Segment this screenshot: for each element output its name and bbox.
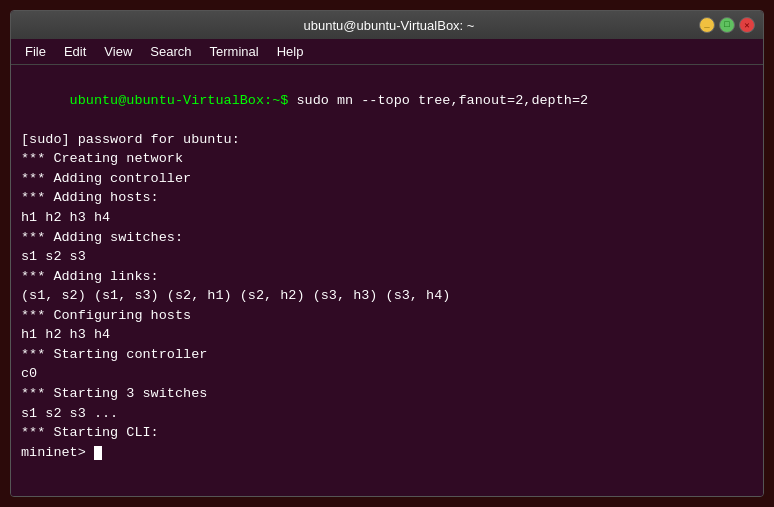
window-title: ubuntu@ubuntu-VirtualBox: ~ xyxy=(79,18,699,33)
menu-item-file[interactable]: File xyxy=(17,42,54,61)
prompt: ubuntu@ubuntu-VirtualBox:~$ xyxy=(70,93,289,108)
output-line: *** Starting 3 switches xyxy=(21,384,753,404)
output-line: *** Adding switches: xyxy=(21,228,753,248)
maximize-button[interactable]: □ xyxy=(719,17,735,33)
output-line: *** Starting controller xyxy=(21,345,753,365)
terminal-window: ubuntu@ubuntu-VirtualBox: ~ _ □ ✕ FileEd… xyxy=(10,10,764,497)
output-line: *** Creating network xyxy=(21,149,753,169)
output-line: h1 h2 h3 h4 xyxy=(21,325,753,345)
output-line: *** Adding links: xyxy=(21,267,753,287)
window-controls: _ □ ✕ xyxy=(699,17,755,33)
command: sudo mn --topo tree,fanout=2,depth=2 xyxy=(288,93,588,108)
command-line: ubuntu@ubuntu-VirtualBox:~$ sudo mn --to… xyxy=(21,71,753,130)
title-bar: ubuntu@ubuntu-VirtualBox: ~ _ □ ✕ xyxy=(11,11,763,39)
output-line: s1 s2 s3 ... xyxy=(21,404,753,424)
output-line: *** Configuring hosts xyxy=(21,306,753,326)
cursor xyxy=(94,446,102,460)
output-line: (s1, s2) (s1, s3) (s2, h1) (s2, h2) (s3,… xyxy=(21,286,753,306)
menu-item-view[interactable]: View xyxy=(96,42,140,61)
terminal-body[interactable]: ubuntu@ubuntu-VirtualBox:~$ sudo mn --to… xyxy=(11,65,763,496)
minimize-button[interactable]: _ xyxy=(699,17,715,33)
menu-bar: FileEditViewSearchTerminalHelp xyxy=(11,39,763,65)
menu-item-help[interactable]: Help xyxy=(269,42,312,61)
menu-item-search[interactable]: Search xyxy=(142,42,199,61)
output-line: [sudo] password for ubuntu: xyxy=(21,130,753,150)
output-line: *** Adding controller xyxy=(21,169,753,189)
output-line: s1 s2 s3 xyxy=(21,247,753,267)
close-button[interactable]: ✕ xyxy=(739,17,755,33)
output-line: *** Starting CLI: xyxy=(21,423,753,443)
output-line: c0 xyxy=(21,364,753,384)
output-line: h1 h2 h3 h4 xyxy=(21,208,753,228)
menu-item-terminal[interactable]: Terminal xyxy=(202,42,267,61)
output-line: *** Adding hosts: xyxy=(21,188,753,208)
output-line: mininet> xyxy=(21,443,753,463)
menu-item-edit[interactable]: Edit xyxy=(56,42,94,61)
